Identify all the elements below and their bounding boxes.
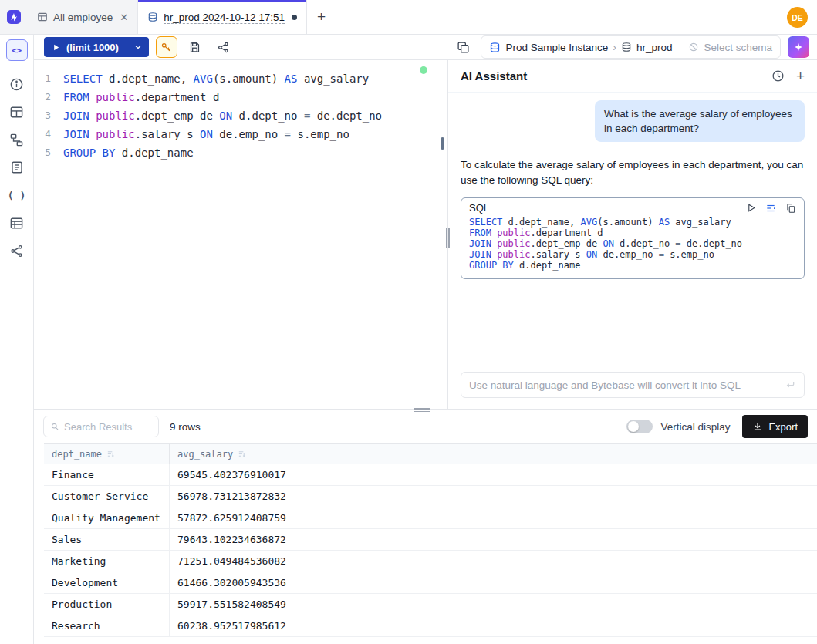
insert-sql-icon[interactable]: [765, 203, 776, 214]
sidebar-item-sql-editor[interactable]: <>: [6, 39, 28, 61]
result-table-body: Finance69545.402376910017Customer Servic…: [44, 464, 817, 637]
vertical-display-toggle[interactable]: [626, 420, 653, 433]
result-cell[interactable]: 69545.402376910017: [170, 464, 299, 485]
sort-icon[interactable]: [238, 450, 246, 458]
export-button[interactable]: Export: [742, 415, 808, 438]
result-cell[interactable]: Finance: [44, 464, 170, 485]
table-row[interactable]: Marketing71251.049484536082: [44, 551, 817, 572]
sql-card-code: SELECT d.dept_name, AVG(s.amount) AS avg…: [469, 217, 796, 271]
new-tab-button[interactable]: +: [307, 0, 336, 34]
play-icon: [52, 43, 60, 52]
result-cell[interactable]: 79643.102234636872: [170, 529, 299, 550]
sparkle-icon: [793, 42, 804, 52]
table-row[interactable]: Finance69545.402376910017: [44, 464, 817, 486]
code-area[interactable]: 1SELECT d.dept_name, AVG(s.amount) AS av…: [34, 60, 447, 162]
run-query-button[interactable]: (limit 1000): [44, 37, 149, 57]
admin-mode-button[interactable]: [156, 36, 177, 58]
ai-assistant-button[interactable]: [788, 36, 809, 58]
split-resize-handle[interactable]: [414, 406, 430, 413]
code-line: SELECT d.dept_name, AVG(s.amount) AS avg…: [469, 217, 796, 228]
result-cell[interactable]: Research: [44, 615, 170, 636]
breadcrumb-instance[interactable]: Prod Sample Instance › hr_prod: [481, 36, 680, 58]
code-line: JOIN public.salary s ON de.emp_no = s.em…: [469, 249, 796, 260]
row-filler: [299, 507, 817, 528]
column-header-avg-salary[interactable]: avg_salary: [170, 444, 299, 464]
result-cell[interactable]: 61466.302005943536: [170, 572, 299, 593]
tab-label: All employee: [53, 12, 113, 23]
column-header-dept-name[interactable]: dept_name: [44, 444, 170, 464]
postgres-icon: [147, 12, 158, 22]
bytebase-logo-icon: [6, 9, 22, 25]
instance-icon: [489, 42, 501, 53]
sheet-icon[interactable]: [6, 212, 28, 234]
ai-header-icons: +: [771, 69, 805, 83]
run-label: (limit 1000): [66, 42, 119, 53]
code-line: JOIN public.dept_emp de ON d.dept_no = d…: [469, 238, 796, 249]
editor-scrollbar-thumb[interactable]: [441, 137, 444, 150]
row-filler: [299, 529, 817, 550]
toolbar-right: Prod Sample Instance › hr_prod Select sc…: [452, 35, 809, 59]
prohibit-icon: [688, 42, 699, 52]
chevron-down-icon: [133, 42, 143, 52]
result-cell[interactable]: 71251.049484536082: [170, 551, 299, 572]
line-number: 2: [34, 88, 63, 106]
bytebase-logo[interactable]: [0, 0, 28, 34]
avatar[interactable]: DE: [787, 7, 808, 28]
result-cell[interactable]: 60238.952517985612: [170, 615, 299, 636]
tab-all-employee[interactable]: All employee ✕: [28, 0, 138, 34]
changelist-icon[interactable]: [6, 157, 28, 178]
result-cell[interactable]: Marketing: [44, 551, 170, 572]
copy-icon[interactable]: [785, 203, 796, 214]
close-icon[interactable]: ✕: [120, 12, 128, 23]
run-options-caret[interactable]: [127, 37, 149, 57]
result-cell[interactable]: 57872.625912408759: [170, 507, 299, 528]
info-icon[interactable]: [6, 73, 28, 95]
run-main[interactable]: (limit 1000): [44, 42, 127, 53]
search-results-input[interactable]: [64, 421, 152, 433]
variables-icon[interactable]: ( ): [6, 184, 28, 206]
table-row[interactable]: Customer Service56978.731213872832: [44, 486, 817, 507]
ai-prompt-inputwrap: [461, 372, 805, 398]
sql-card-header: SQL: [469, 202, 796, 214]
schema-diagram-icon[interactable]: [6, 129, 28, 150]
result-cell[interactable]: Development: [44, 572, 170, 593]
table-row[interactable]: Production59917.551582408549: [44, 594, 817, 615]
search-box: [43, 416, 159, 437]
sql-editor[interactable]: 1SELECT d.dept_name, AVG(s.amount) AS av…: [34, 60, 447, 409]
panel-layout-button[interactable]: [452, 36, 474, 58]
worksheet-icon: [37, 12, 48, 22]
sql-card-actions: [746, 203, 796, 214]
result-cell[interactable]: Quality Management: [44, 507, 170, 528]
result-cell[interactable]: 56978.731213872832: [170, 486, 299, 507]
table-row[interactable]: Quality Management57872.625912408759: [44, 507, 817, 529]
results-panel: 9 rows Vertical display Export dept_name…: [34, 409, 817, 644]
new-chat-icon[interactable]: +: [796, 69, 805, 83]
tables-icon[interactable]: [6, 101, 28, 123]
table-row[interactable]: Sales79643.102234636872: [44, 529, 817, 551]
result-table: dept_name avg_salary Finance69545.402376…: [44, 443, 817, 637]
result-cell[interactable]: Customer Service: [44, 486, 170, 507]
result-cell[interactable]: 59917.551582408549: [170, 594, 299, 615]
share-icon: [217, 41, 230, 54]
enter-key-icon: [784, 379, 796, 391]
table-row[interactable]: Research60238.952517985612: [44, 615, 817, 637]
result-cell[interactable]: Sales: [44, 529, 170, 550]
run-sql-icon[interactable]: [746, 203, 756, 213]
assistant-answer-text: To calculate the average salary of emplo…: [461, 157, 805, 188]
tab-hr-prod[interactable]: hr_prod 2024-10-12 17:51: [138, 0, 307, 34]
ai-prompt-input[interactable]: [469, 379, 778, 391]
panel-resize-handle[interactable]: [444, 228, 451, 248]
tab-label: hr_prod 2024-10-12 17:51: [164, 12, 285, 23]
sort-icon[interactable]: [106, 450, 115, 458]
history-icon[interactable]: [771, 69, 785, 83]
line-number: 5: [34, 143, 63, 162]
save-icon: [188, 41, 201, 54]
result-cell[interactable]: Production: [44, 594, 170, 615]
table-row[interactable]: Development61466.302005943536: [44, 572, 817, 594]
share-button[interactable]: [213, 36, 235, 58]
editor-status-dot: [420, 66, 427, 74]
save-button[interactable]: [184, 36, 206, 58]
connections-icon[interactable]: [6, 240, 28, 261]
select-schema-button[interactable]: Select schema: [680, 36, 780, 58]
ai-panel-header: AI Assistant +: [448, 60, 817, 93]
